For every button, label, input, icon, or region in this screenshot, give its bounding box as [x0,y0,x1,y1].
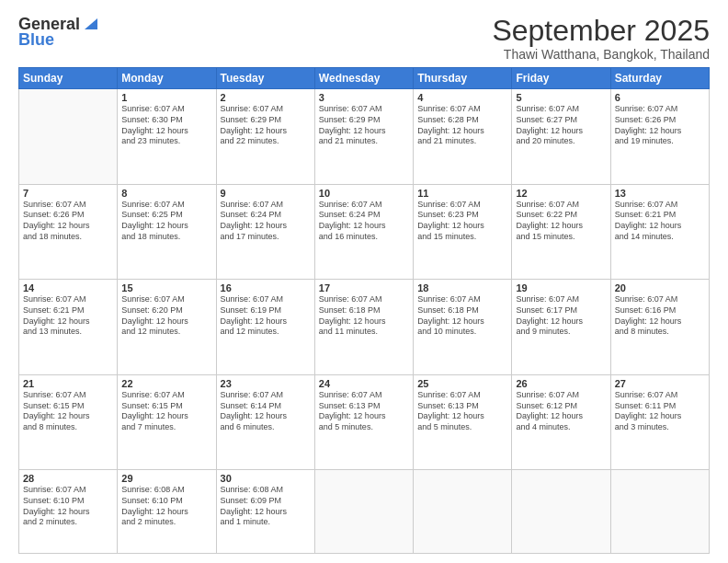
calendar-cell: 15Sunrise: 6:07 AM Sunset: 6:20 PM Dayli… [118,280,216,375]
day-number: 20 [615,282,705,293]
day-info: Sunrise: 6:07 AM Sunset: 6:29 PM Dayligh… [319,104,409,147]
calendar-cell: 6Sunrise: 6:07 AM Sunset: 6:26 PM Daylig… [610,89,709,185]
day-info: Sunrise: 6:08 AM Sunset: 6:09 PM Dayligh… [221,485,311,528]
day-info: Sunrise: 6:07 AM Sunset: 6:29 PM Dayligh… [221,104,311,147]
calendar-cell [414,470,512,554]
calendar-cell: 25Sunrise: 6:07 AM Sunset: 6:13 PM Dayli… [414,374,512,470]
day-number: 18 [417,282,507,293]
calendar-cell [314,470,413,554]
day-number: 5 [516,92,606,103]
calendar-cell [19,89,118,185]
calendar-cell: 26Sunrise: 6:07 AM Sunset: 6:12 PM Dayli… [512,374,610,470]
weekday-header-thursday: Thursday [414,68,512,89]
day-info: Sunrise: 6:07 AM Sunset: 6:14 PM Dayligh… [221,390,311,433]
day-info: Sunrise: 6:07 AM Sunset: 6:26 PM Dayligh… [23,200,113,243]
day-info: Sunrise: 6:07 AM Sunset: 6:16 PM Dayligh… [615,294,705,338]
day-number: 6 [615,92,705,103]
day-info: Sunrise: 6:07 AM Sunset: 6:12 PM Dayligh… [516,390,606,433]
day-info: Sunrise: 6:07 AM Sunset: 6:22 PM Dayligh… [516,200,606,243]
day-number: 11 [417,188,507,199]
day-info: Sunrise: 6:07 AM Sunset: 6:21 PM Dayligh… [615,200,705,243]
day-info: Sunrise: 6:07 AM Sunset: 6:10 PM Dayligh… [23,485,113,528]
day-number: 17 [319,282,409,293]
logo: General Blue [18,15,97,50]
day-number: 8 [121,188,211,199]
day-number: 7 [23,188,113,199]
day-number: 26 [516,378,606,389]
day-number: 10 [319,188,409,199]
day-number: 9 [221,188,311,199]
calendar-cell: 9Sunrise: 6:07 AM Sunset: 6:24 PM Daylig… [216,184,314,280]
day-number: 4 [417,92,507,103]
calendar-cell: 5Sunrise: 6:07 AM Sunset: 6:27 PM Daylig… [512,89,610,185]
calendar-week-row: 21Sunrise: 6:07 AM Sunset: 6:15 PM Dayli… [19,374,710,470]
day-number: 14 [23,282,113,293]
calendar-cell: 23Sunrise: 6:07 AM Sunset: 6:14 PM Dayli… [216,374,314,470]
day-info: Sunrise: 6:07 AM Sunset: 6:25 PM Dayligh… [121,200,211,243]
day-info: Sunrise: 6:07 AM Sunset: 6:13 PM Dayligh… [417,390,507,433]
day-info: Sunrise: 6:07 AM Sunset: 6:28 PM Dayligh… [417,104,507,147]
calendar-cell: 11Sunrise: 6:07 AM Sunset: 6:23 PM Dayli… [414,184,512,280]
day-info: Sunrise: 6:07 AM Sunset: 6:13 PM Dayligh… [319,390,409,433]
day-info: Sunrise: 6:07 AM Sunset: 6:11 PM Dayligh… [615,390,705,433]
calendar-week-row: 1Sunrise: 6:07 AM Sunset: 6:30 PM Daylig… [19,89,710,185]
weekday-header-wednesday: Wednesday [314,68,413,89]
day-info: Sunrise: 6:07 AM Sunset: 6:24 PM Dayligh… [319,200,409,243]
day-info: Sunrise: 6:07 AM Sunset: 6:18 PM Dayligh… [417,294,507,338]
day-number: 19 [516,282,606,293]
day-info: Sunrise: 6:07 AM Sunset: 6:15 PM Dayligh… [23,390,113,433]
calendar-cell: 29Sunrise: 6:08 AM Sunset: 6:10 PM Dayli… [118,470,216,554]
day-number: 27 [615,378,705,389]
calendar-cell: 17Sunrise: 6:07 AM Sunset: 6:18 PM Dayli… [314,280,413,375]
title-block: September 2025 Thawi Watthana, Bangkok, … [492,15,710,62]
calendar-week-row: 14Sunrise: 6:07 AM Sunset: 6:21 PM Dayli… [19,280,710,375]
day-info: Sunrise: 6:07 AM Sunset: 6:15 PM Dayligh… [121,390,211,433]
weekday-header-row: SundayMondayTuesdayWednesdayThursdayFrid… [19,68,710,89]
calendar-cell [610,470,709,554]
day-number: 25 [417,378,507,389]
day-number: 15 [121,282,211,293]
logo-blue-text: Blue [18,30,54,50]
calendar-cell: 13Sunrise: 6:07 AM Sunset: 6:21 PM Dayli… [610,184,709,280]
day-info: Sunrise: 6:07 AM Sunset: 6:24 PM Dayligh… [221,200,311,243]
weekday-header-tuesday: Tuesday [216,68,314,89]
calendar-cell: 18Sunrise: 6:07 AM Sunset: 6:18 PM Dayli… [414,280,512,375]
calendar-cell: 8Sunrise: 6:07 AM Sunset: 6:25 PM Daylig… [118,184,216,280]
calendar-cell: 1Sunrise: 6:07 AM Sunset: 6:30 PM Daylig… [118,89,216,185]
day-number: 29 [121,473,211,484]
calendar-cell: 19Sunrise: 6:07 AM Sunset: 6:17 PM Dayli… [512,280,610,375]
calendar-cell: 30Sunrise: 6:08 AM Sunset: 6:09 PM Dayli… [216,470,314,554]
day-info: Sunrise: 6:07 AM Sunset: 6:17 PM Dayligh… [516,294,606,338]
day-number: 1 [121,92,211,103]
day-info: Sunrise: 6:07 AM Sunset: 6:27 PM Dayligh… [516,104,606,147]
calendar-week-row: 28Sunrise: 6:07 AM Sunset: 6:10 PM Dayli… [19,470,710,554]
calendar-cell: 28Sunrise: 6:07 AM Sunset: 6:10 PM Dayli… [19,470,118,554]
day-info: Sunrise: 6:07 AM Sunset: 6:26 PM Dayligh… [615,104,705,147]
calendar-cell: 14Sunrise: 6:07 AM Sunset: 6:21 PM Dayli… [19,280,118,375]
weekday-header-friday: Friday [512,68,610,89]
day-number: 23 [221,378,311,389]
day-number: 28 [23,473,113,484]
calendar-cell: 4Sunrise: 6:07 AM Sunset: 6:28 PM Daylig… [414,89,512,185]
day-number: 22 [121,378,211,389]
weekday-header-sunday: Sunday [19,68,118,89]
day-info: Sunrise: 6:07 AM Sunset: 6:23 PM Dayligh… [417,200,507,243]
weekday-header-saturday: Saturday [610,68,709,89]
day-info: Sunrise: 6:07 AM Sunset: 6:20 PM Dayligh… [121,294,211,338]
calendar-cell: 3Sunrise: 6:07 AM Sunset: 6:29 PM Daylig… [314,89,413,185]
day-number: 24 [319,378,409,389]
header: General Blue September 2025 Thawi Wattha… [18,15,710,62]
calendar-table: SundayMondayTuesdayWednesdayThursdayFrid… [18,67,710,554]
month-title: September 2025 [492,15,710,47]
calendar-cell: 7Sunrise: 6:07 AM Sunset: 6:26 PM Daylig… [19,184,118,280]
location: Thawi Watthana, Bangkok, Thailand [492,47,710,62]
day-number: 3 [319,92,409,103]
calendar-cell: 21Sunrise: 6:07 AM Sunset: 6:15 PM Dayli… [19,374,118,470]
calendar-cell: 27Sunrise: 6:07 AM Sunset: 6:11 PM Dayli… [610,374,709,470]
day-info: Sunrise: 6:07 AM Sunset: 6:21 PM Dayligh… [23,294,113,338]
day-info: Sunrise: 6:08 AM Sunset: 6:10 PM Dayligh… [121,485,211,528]
calendar-cell: 10Sunrise: 6:07 AM Sunset: 6:24 PM Dayli… [314,184,413,280]
day-number: 12 [516,188,606,199]
day-number: 30 [221,473,311,484]
calendar-cell: 16Sunrise: 6:07 AM Sunset: 6:19 PM Dayli… [216,280,314,375]
